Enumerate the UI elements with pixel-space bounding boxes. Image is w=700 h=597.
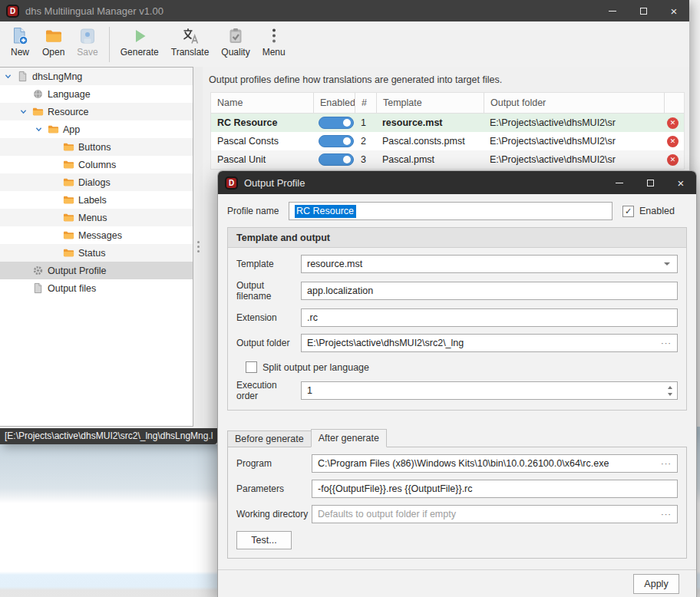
output-folder-input[interactable]: E:\Projects\active\dhsMUI2\src2\_lng ··· bbox=[301, 334, 678, 352]
template-combobox[interactable]: resource.mst bbox=[301, 255, 678, 273]
dialog-minimize-button[interactable] bbox=[604, 171, 635, 194]
folder-icon bbox=[63, 247, 74, 259]
column-header-actions bbox=[664, 93, 684, 113]
apply-button[interactable]: Apply bbox=[633, 574, 679, 594]
profile-name: Pascal Consts bbox=[211, 136, 313, 147]
status-tooltip: [E:\Projects\active\dhsMUI2\src2\_lng\dh… bbox=[0, 428, 217, 444]
enabled-toggle[interactable] bbox=[319, 135, 354, 147]
save-button[interactable]: Save bbox=[71, 25, 104, 58]
chevron-down-icon[interactable] bbox=[19, 107, 32, 116]
enabled-label: Enabled bbox=[639, 206, 675, 216]
working-directory-label: Working directory bbox=[236, 509, 312, 519]
template-value: resource.mst bbox=[307, 259, 362, 269]
menu-dots-icon bbox=[264, 27, 284, 45]
generate-button[interactable]: Generate bbox=[114, 25, 165, 58]
open-button[interactable]: Open bbox=[36, 25, 71, 58]
split-language-checkbox[interactable] bbox=[246, 361, 257, 373]
output-profile-dialog: D Output Profile × Profile name RC Resou… bbox=[217, 170, 697, 597]
tree-item-columns[interactable]: Columns bbox=[0, 156, 193, 173]
profile-template: Pascal.pmst bbox=[376, 154, 484, 165]
extension-label: Extension bbox=[236, 312, 301, 323]
generate-play-icon bbox=[130, 27, 150, 45]
program-label: Program bbox=[236, 458, 312, 469]
enabled-checkbox[interactable]: ✓ bbox=[622, 206, 634, 217]
dialog-footer: Apply bbox=[218, 569, 696, 597]
menu-button[interactable]: Menu bbox=[256, 25, 292, 58]
dialog-maximize-button[interactable] bbox=[635, 171, 665, 194]
enabled-checkbox-group[interactable]: ✓ Enabled bbox=[622, 206, 687, 217]
tree-item-status[interactable]: Status bbox=[0, 244, 193, 262]
toolbar-separator bbox=[109, 27, 110, 62]
enabled-toggle[interactable] bbox=[319, 117, 354, 129]
folder-icon bbox=[63, 159, 74, 170]
tree-item-buttons[interactable]: Buttons bbox=[0, 138, 193, 156]
close-button[interactable]: × bbox=[659, 0, 689, 21]
chevron-down-icon[interactable] bbox=[35, 125, 48, 134]
browse-program-button[interactable]: ··· bbox=[661, 455, 672, 472]
panel-splitter[interactable] bbox=[193, 67, 203, 427]
profile-name: RC Resource bbox=[211, 117, 313, 128]
column-header-template[interactable]: Template bbox=[376, 93, 484, 113]
browse-working-directory-button[interactable]: ··· bbox=[661, 506, 672, 523]
delete-profile-button[interactable]: ✕ bbox=[667, 117, 679, 129]
working-directory-input[interactable]: Defaults to output folder if empty ··· bbox=[312, 505, 678, 523]
column-header-enabled[interactable]: Enabled bbox=[313, 93, 355, 113]
program-input[interactable]: C:\Program Files (x86)\Windows Kits\10\b… bbox=[312, 454, 678, 473]
profile-name-input[interactable]: RC Resource bbox=[289, 202, 612, 220]
quality-button[interactable]: Quality bbox=[215, 25, 256, 58]
template-output-group: Template and output Template resource.ms… bbox=[227, 227, 687, 411]
maximize-button[interactable] bbox=[628, 0, 659, 21]
quality-check-icon bbox=[226, 27, 246, 45]
parameters-input[interactable]: -fo{{OutputFile}}.res {{OutputFile}}.rc bbox=[312, 480, 678, 498]
output-filename-input[interactable]: app.localization bbox=[301, 282, 678, 300]
delete-profile-button[interactable]: ✕ bbox=[667, 154, 679, 166]
spinner-control[interactable] bbox=[668, 382, 672, 399]
document-icon bbox=[17, 71, 28, 82]
chevron-down-icon[interactable] bbox=[4, 72, 17, 81]
tree-item-dialogs[interactable]: Dialogs bbox=[0, 173, 193, 191]
main-titlebar[interactable]: D dhs Multilingual Manager v1.00 × bbox=[0, 0, 689, 21]
tree-item-messages[interactable]: Messages bbox=[0, 226, 193, 244]
extension-input[interactable]: .rc bbox=[301, 308, 678, 327]
minimize-button[interactable] bbox=[597, 0, 628, 21]
profile-output-folder: E:\Projects\active\dhsMUI2\sr bbox=[484, 136, 664, 147]
tree-item-labels[interactable]: Labels bbox=[0, 191, 193, 209]
tree-item-language[interactable]: Language bbox=[0, 85, 193, 103]
dialog-title: Output Profile bbox=[244, 177, 305, 189]
tree-item-resource[interactable]: Resource bbox=[0, 103, 193, 120]
chevron-down-icon bbox=[664, 262, 670, 266]
folder-icon bbox=[32, 106, 44, 117]
new-button[interactable]: New bbox=[4, 25, 36, 58]
profile-row-rc-resource[interactable]: RC Resource 1 resource.mst E:\Projects\a… bbox=[211, 114, 684, 132]
browse-folder-button[interactable]: ··· bbox=[661, 335, 672, 351]
window-title: dhs Multilingual Manager v1.00 bbox=[25, 5, 163, 17]
tree-item-output-files[interactable]: Output files bbox=[0, 279, 193, 297]
profile-row-pascal-consts[interactable]: Pascal Consts 2 Pascal.consts.pmst E:\Pr… bbox=[211, 132, 684, 150]
close-icon: × bbox=[678, 177, 685, 189]
tree-item-output-profile[interactable]: Output Profile bbox=[0, 262, 193, 279]
enabled-toggle[interactable] bbox=[319, 153, 354, 166]
delete-profile-button[interactable]: ✕ bbox=[667, 136, 679, 147]
tab-after-generate[interactable]: After generate bbox=[311, 429, 387, 447]
column-header-order[interactable]: # bbox=[355, 93, 376, 113]
folder-icon bbox=[63, 194, 74, 206]
column-header-name[interactable]: Name bbox=[211, 93, 313, 113]
test-button[interactable]: Test... bbox=[236, 531, 292, 549]
tree-item-menus[interactable]: Menus bbox=[0, 209, 193, 226]
execution-order-input[interactable]: 1 bbox=[301, 381, 678, 400]
dialog-titlebar[interactable]: D Output Profile × bbox=[218, 171, 696, 194]
tree-item-dhslngmng[interactable]: dhsLngMng bbox=[0, 68, 193, 85]
translate-button[interactable]: Translate bbox=[165, 25, 216, 58]
maximize-icon bbox=[640, 8, 647, 15]
parameters-label: Parameters bbox=[236, 483, 312, 494]
spin-up-icon[interactable] bbox=[668, 386, 672, 389]
tree-item-app[interactable]: App bbox=[0, 120, 193, 138]
close-icon: × bbox=[671, 5, 678, 17]
split-language-row[interactable]: Split output per language bbox=[246, 361, 678, 373]
screen: D dhs Multilingual Manager v1.00 × New bbox=[0, 0, 700, 597]
spin-down-icon[interactable] bbox=[668, 393, 672, 396]
dialog-close-button[interactable]: × bbox=[665, 171, 696, 194]
profile-row-pascal-unit[interactable]: Pascal Unit 3 Pascal.pmst E:\Projects\ac… bbox=[211, 150, 684, 169]
column-header-output-folder[interactable]: Output folder bbox=[484, 93, 664, 113]
tab-before-generate[interactable]: Before generate bbox=[227, 430, 312, 447]
